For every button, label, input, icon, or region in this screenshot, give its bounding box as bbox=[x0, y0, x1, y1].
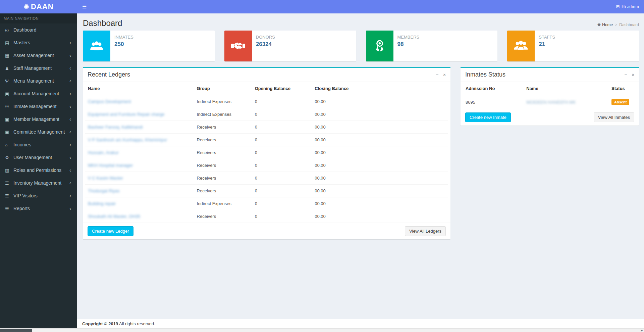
sidebar-item-inmate-management[interactable]: ⚇Inmate Management‹ bbox=[0, 100, 77, 113]
ledger-closing-balance-cell: 00.00 bbox=[312, 210, 448, 223]
ledger-row: Hussain, ArakurReceivers000.00 bbox=[85, 146, 448, 159]
ledger-closing-balance-cell: 00.00 bbox=[312, 134, 448, 146]
sidebar-item-member-management[interactable]: ▣Member Management‹ bbox=[0, 113, 77, 126]
inmate-name-cell: MOIDEEN HANEEFA MK bbox=[524, 95, 609, 109]
dashboard-wheel-icon: ☸ bbox=[597, 22, 601, 27]
sidebar-item-committee-management[interactable]: ▣Committee Management‹ bbox=[0, 126, 77, 138]
close-icon[interactable]: × bbox=[632, 72, 634, 77]
ribbon-icon bbox=[366, 31, 393, 61]
sidebar-item-label: Masters bbox=[13, 40, 69, 45]
sidebar-item-user-management[interactable]: ⚙User Management‹ bbox=[0, 151, 77, 164]
ledger-row: Building repairIndirect Expenses000.00 bbox=[85, 197, 448, 210]
person-icon: ♟ bbox=[5, 66, 13, 71]
ledger-name-link[interactable]: V P Santhosh a/c Kunhappu, Khemmiyur bbox=[88, 137, 167, 142]
ledger-name-link[interactable]: Thodurgai Riyas bbox=[88, 188, 120, 193]
inmate-status-cell: Absent bbox=[609, 95, 637, 109]
chevron-left-icon: ‹ bbox=[69, 181, 71, 185]
scrollbar-right-arrow[interactable]: ▶ bbox=[640, 329, 644, 332]
sidebar-item-reports[interactable]: ☰Reports‹ bbox=[0, 202, 77, 215]
scrollbar-thumb[interactable] bbox=[0, 329, 32, 332]
chevron-left-icon: ‹ bbox=[69, 66, 71, 70]
view-all-ledgers-button[interactable]: View All Ledgers bbox=[405, 226, 446, 236]
sidebar-item-inventory-management[interactable]: ☰Inventory Management‹ bbox=[0, 177, 77, 189]
cutlery-icon: Ψ bbox=[5, 79, 13, 84]
ledger-name-link[interactable]: Equipment and Furniture Repair charge bbox=[88, 112, 164, 117]
column-header: Group bbox=[194, 82, 252, 95]
info-box-label: DONORS bbox=[256, 35, 275, 40]
sidebar-item-dashboard[interactable]: ◴Dashboard bbox=[0, 23, 77, 36]
ledger-group-cell: Receivers bbox=[194, 210, 252, 223]
panel-tools: − × bbox=[436, 72, 446, 77]
pinwheel-icon: ✺ bbox=[23, 3, 30, 11]
users-group-icon bbox=[507, 31, 535, 61]
credit-card-icon: ▣ bbox=[5, 91, 13, 96]
inmates-status-title: Inmates Status bbox=[465, 71, 505, 78]
content-area: Dashboard ☸ Home > Dashboard INMATES250D… bbox=[77, 13, 644, 319]
ledger-name-link[interactable]: MKH Hospital manager bbox=[88, 163, 133, 168]
view-all-inmates-button[interactable]: View All Inmates bbox=[594, 112, 634, 122]
sidebar-item-label: Incomes bbox=[13, 142, 69, 147]
minimize-icon[interactable]: − bbox=[436, 72, 439, 77]
create-new-inmate-button[interactable]: Create new Inmate bbox=[465, 112, 511, 122]
create-new-ledger-button[interactable]: Create new Ledger bbox=[88, 226, 133, 236]
ledger-name-cell: Shoukath Ali Master, OH35 bbox=[85, 210, 194, 223]
ledger-opening-balance-cell: 0 bbox=[252, 95, 312, 108]
sidebar-item-roles-and-permissions[interactable]: ▥Roles and Permissions‹ bbox=[0, 164, 77, 177]
admission-no-cell: 8695 bbox=[463, 95, 524, 109]
sidebar-item-label: Staff Management bbox=[13, 65, 69, 71]
ledger-name-cell: Equipment and Furniture Repair charge bbox=[85, 108, 194, 121]
sidebar-item-vip-visitors[interactable]: ☰VIP Visitors‹ bbox=[0, 189, 77, 202]
sidebar-item-menu-management[interactable]: ΨMenu Management‹ bbox=[0, 75, 77, 87]
ledger-name-link[interactable]: Hussain, Arakur bbox=[88, 150, 119, 155]
table-header-row: NameGroupOpening BalanceClosing Balance bbox=[85, 82, 448, 95]
chevron-left-icon: ‹ bbox=[69, 41, 71, 44]
chevron-left-icon: ‹ bbox=[69, 54, 71, 57]
chevron-left-icon: ‹ bbox=[69, 79, 71, 83]
ledger-closing-balance-cell: 00.00 bbox=[312, 197, 448, 210]
minimize-icon[interactable]: − bbox=[625, 72, 627, 77]
sidebar-item-masters[interactable]: ▤Masters‹ bbox=[0, 36, 77, 49]
sidebar-item-incomes[interactable]: ⌂Incomes‹ bbox=[0, 138, 77, 151]
user-menu[interactable]: ⊞ Hi admin bbox=[611, 0, 644, 13]
horizontal-scrollbar[interactable]: ▶ bbox=[0, 328, 644, 332]
ledger-name-link[interactable]: Building repair bbox=[88, 201, 116, 206]
inmates-status-table: Admission NoNameStatus 8695MOIDEEN HANEE… bbox=[463, 82, 637, 109]
ledger-row: Thodurgai RiyasReceivers000.00 bbox=[85, 185, 448, 197]
brand-logo[interactable]: ✺ DAAN bbox=[0, 0, 77, 13]
sidebar-item-asset-management[interactable]: ▦Asset Management‹ bbox=[0, 49, 77, 62]
inmates-status-header: Inmates Status − × bbox=[461, 68, 639, 82]
recent-ledgers-header: Recent Ledgers − × bbox=[83, 68, 450, 82]
info-box-inmates: INMATES250 bbox=[83, 31, 215, 61]
sidebar-item-label: VIP Visitors bbox=[13, 193, 69, 198]
sidebar-item-label: Reports bbox=[13, 206, 69, 211]
close-icon[interactable]: × bbox=[443, 72, 446, 77]
sidebar-item-staff-management[interactable]: ♟Staff Management‹ bbox=[0, 62, 77, 75]
ledger-name-link[interactable]: Shoukath Ali Master, OH35 bbox=[88, 214, 140, 219]
dashboard-icon: ◴ bbox=[5, 28, 13, 33]
breadcrumb-current: Dashboard bbox=[619, 22, 639, 27]
credit-card-icon: ▣ bbox=[5, 130, 13, 135]
ledger-name-link[interactable]: Basheer Farooq, Kallikhandi bbox=[88, 125, 143, 130]
inmates-status-footer: Create new Inmate View All Inmates bbox=[461, 109, 639, 126]
ledger-name-cell: MKH Hospital manager bbox=[85, 159, 194, 172]
inmate-name: MOIDEEN HANEEFA MK bbox=[526, 100, 576, 105]
table-header-row: Admission NoNameStatus bbox=[463, 82, 637, 95]
sidebar-item-account-management[interactable]: ▣Account Management‹ bbox=[0, 87, 77, 100]
ledger-group-cell: Receivers bbox=[194, 134, 252, 146]
sidebar-item-label: Roles and Permissions bbox=[13, 168, 69, 173]
column-header: Opening Balance bbox=[252, 82, 312, 95]
sidebar-item-label: Asset Management bbox=[13, 53, 69, 58]
sidebar: MAIN NAVIGATION ◴Dashboard▤Masters‹▦Asse… bbox=[0, 13, 77, 328]
credit-card-icon: ▣ bbox=[5, 117, 13, 122]
column-header: Name bbox=[524, 82, 609, 95]
ledger-closing-balance-cell: 00.00 bbox=[312, 95, 448, 108]
ledger-name-link[interactable]: V C Kasim Master bbox=[88, 176, 123, 181]
breadcrumb-separator: > bbox=[615, 22, 617, 27]
sidebar-toggle-button[interactable]: ☰ bbox=[77, 0, 92, 13]
inmates-status-table-wrap: Admission NoNameStatus 8695MOIDEEN HANEE… bbox=[461, 82, 639, 109]
main-column: Dashboard ☸ Home > Dashboard INMATES250D… bbox=[77, 13, 644, 328]
ledger-opening-balance-cell: 0 bbox=[252, 172, 312, 185]
breadcrumb-home-link[interactable]: ☸ Home bbox=[597, 22, 613, 27]
sidebar-item-label: Inventory Management bbox=[13, 180, 69, 186]
ledger-name-link[interactable]: Campus Development bbox=[88, 99, 131, 104]
